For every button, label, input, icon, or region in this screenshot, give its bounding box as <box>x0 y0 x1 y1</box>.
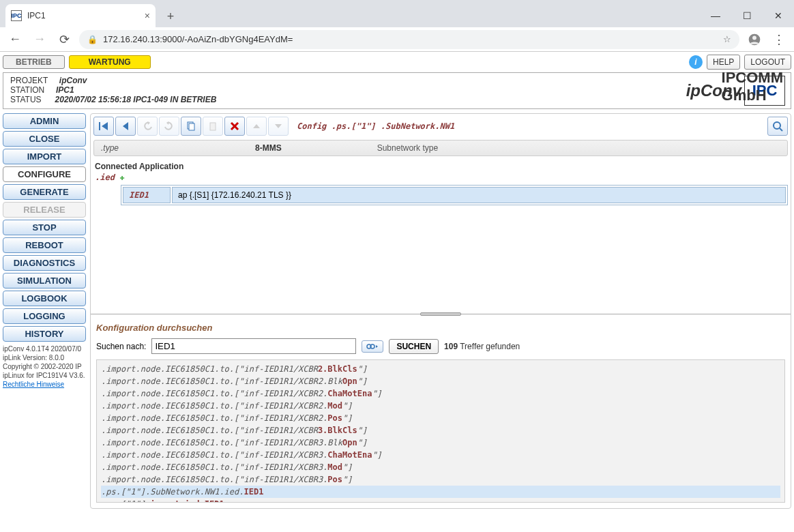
svg-rect-5 <box>210 123 216 130</box>
result-row[interactable]: .import.node.IEC61850C1.to.["inf-IED1R1/… <box>101 473 780 486</box>
down-icon <box>268 117 289 136</box>
sidebar-item-import[interactable]: IMPORT <box>3 149 86 164</box>
search-hits: 109 Treffer gefunden <box>444 342 520 351</box>
ied-detail: ap {.[S1] {172.16.240.21 TLS }} <box>172 187 786 203</box>
redo-icon <box>159 117 179 136</box>
status-label: STATUS <box>10 95 42 104</box>
sidebar-item-simulation[interactable]: SIMULATION <box>3 273 86 289</box>
reload-icon[interactable]: ⟳ <box>55 30 74 49</box>
type-desc: Subnetwork type <box>377 143 438 153</box>
ied-row[interactable]: IED1 ap {.[S1] {172.16.240.21 TLS }} <box>123 187 786 203</box>
sidebar-item-history[interactable]: HISTORY <box>3 326 86 342</box>
section-title: Connected Application <box>95 162 788 171</box>
ied-label: .ied ✚ <box>95 173 788 182</box>
tab-title: IPC1 <box>27 11 46 20</box>
betrieb-button[interactable]: BETRIEB <box>3 55 65 69</box>
result-row[interactable]: .import.node.IEC61850C1.to.["inf-IED1R1/… <box>101 461 780 473</box>
minimize-icon[interactable]: — <box>700 4 731 27</box>
result-row[interactable]: .ps.["1"].SubNetwork.NW1.ied.IED1 <box>101 486 780 498</box>
search-input[interactable] <box>151 338 356 354</box>
result-row[interactable]: .import.node.IEC61850C1.to.["inf-IED1R1/… <box>101 363 780 375</box>
svg-point-6 <box>774 122 780 129</box>
sidebar-item-diagnostics[interactable]: DIAGNOSTICS <box>3 255 86 271</box>
delete-icon[interactable] <box>224 117 245 136</box>
brand-logo: ipConv IPCIPCOMM GmbH <box>681 73 791 108</box>
maximize-icon[interactable]: ☐ <box>731 4 763 27</box>
header-block: PROJEKT ipConv STATION IPC1 STATUS 2020/… <box>3 72 791 109</box>
svg-point-1 <box>752 35 756 40</box>
breadcrumb: Config .ps.["1"] .SubNetwork.NW1 <box>297 121 454 131</box>
help-button[interactable]: HELP <box>707 55 740 70</box>
sidebar-item-configure[interactable]: CONFIGURE <box>3 166 86 182</box>
search-title: Konfiguration durchsuchen <box>96 323 788 333</box>
station-value: IPC1 <box>56 85 74 95</box>
sidebar-item-release: RELEASE <box>3 202 86 218</box>
add-ied-icon[interactable]: ✚ <box>119 173 124 182</box>
profile-icon[interactable] <box>745 30 764 49</box>
result-row[interactable]: .ps.["1"].import.ied.IED1 <box>101 498 780 503</box>
copy-icon[interactable] <box>181 117 201 136</box>
projekt-value: ipConv <box>59 76 87 85</box>
sidebar-item-stop[interactable]: STOP <box>3 220 86 235</box>
result-row[interactable]: .import.node.IEC61850C1.to.["inf-IED1R1/… <box>101 375 780 387</box>
sidebar-item-reboot[interactable]: REBOOT <box>3 237 86 253</box>
result-row[interactable]: .import.node.IEC61850C1.to.["inf-IED1R1/… <box>101 387 780 400</box>
logout-button[interactable]: LOGOUT <box>744 55 791 70</box>
search-row: Suchen nach: SUCHEN 109 Treffer gefunden <box>96 338 785 354</box>
search-button[interactable]: SUCHEN <box>389 339 439 354</box>
window-controls: — ☐ ✕ <box>700 4 794 27</box>
ied-name: IED1 <box>123 187 171 203</box>
new-tab-button[interactable]: + <box>160 5 181 27</box>
address-bar: ← → ⟳ 🔒 172.16.240.13:9000/-AoAiZn-dbYGN… <box>0 27 794 52</box>
result-row[interactable]: .import.node.IEC61850C1.to.["inf-IED1R1/… <box>101 437 780 449</box>
forward-icon[interactable]: → <box>30 30 49 49</box>
station-label: STATION <box>10 85 44 95</box>
search-results[interactable]: .import.node.IEC61850C1.to.["inf-IED1R1/… <box>96 359 785 503</box>
star-icon[interactable]: ☆ <box>723 34 731 44</box>
url-field[interactable]: 🔒 172.16.240.13:9000/-AoAiZn-dbYGNg4EAYd… <box>79 30 739 49</box>
result-row[interactable]: .import.node.IEC61850C1.to.["inf-IED1R1/… <box>101 412 780 424</box>
back-icon[interactable]: ← <box>5 30 25 49</box>
legal-link[interactable]: Rechtliche Hinweise <box>3 381 64 388</box>
sidebar-item-generate[interactable]: GENERATE <box>3 184 86 200</box>
info-icon[interactable]: i <box>689 55 703 69</box>
url-text: 172.16.240.13:9000/-AoAiZn-dbYGNg4EAYdM= <box>103 34 293 44</box>
search-label: Suchen nach: <box>96 342 146 351</box>
sidebar-item-logbook[interactable]: LOGBOOK <box>3 291 86 306</box>
svg-rect-4 <box>189 123 194 130</box>
splitter-handle[interactable] <box>420 312 461 316</box>
main-panel: Config .ps.["1"] .SubNetwork.NW1 .type 8… <box>90 113 791 509</box>
result-row[interactable]: .import.node.IEC61850C1.to.["inf-IED1R1/… <box>101 400 780 412</box>
search-options-button[interactable] <box>362 340 383 353</box>
paste-icon <box>203 117 223 136</box>
type-key: .type <box>101 143 119 153</box>
lock-icon: 🔒 <box>87 35 98 44</box>
first-icon[interactable] <box>93 117 114 136</box>
logo-sub: IPCOMM GmbH <box>722 69 783 104</box>
sidebar: ADMIN CLOSE IMPORT CONFIGURE GENERATE RE… <box>3 113 86 509</box>
toolbar: Config .ps.["1"] .SubNetwork.NW1 <box>93 117 788 136</box>
search-icon[interactable] <box>767 117 788 136</box>
up-icon <box>246 117 267 136</box>
sidebar-item-close[interactable]: CLOSE <box>3 131 86 147</box>
projekt-label: PROJEKT <box>10 76 48 85</box>
version-info: ipConv 4.0.1T4 2020/07/0 ipLink Version:… <box>3 344 86 389</box>
close-tab-icon[interactable]: × <box>145 10 150 21</box>
result-row[interactable]: .import.node.IEC61850C1.to.["inf-IED1R1/… <box>101 449 780 461</box>
status-value: 2020/07/02 15:56:18 IPC1-049 IN BETRIEB <box>55 95 217 104</box>
wartung-button[interactable]: WARTUNG <box>69 55 151 69</box>
browser-tab[interactable]: IPC IPC1 × <box>5 4 156 27</box>
sidebar-item-admin[interactable]: ADMIN <box>3 113 86 129</box>
svg-rect-2 <box>99 122 100 130</box>
browser-tabs: IPC IPC1 × + — ☐ ✕ <box>0 0 794 27</box>
mode-bar: BETRIEB WARTUNG i HELP LOGOUT <box>3 55 791 70</box>
undo-icon <box>137 117 158 136</box>
result-row[interactable]: .import.node.IEC61850C1.to.["inf-IED1R1/… <box>101 424 780 437</box>
ied-table: IED1 ap {.[S1] {172.16.240.21 TLS }} <box>121 185 788 205</box>
menu-icon[interactable]: ⋮ <box>769 30 789 49</box>
sidebar-item-logging[interactable]: LOGGING <box>3 308 86 324</box>
favicon: IPC <box>11 10 22 21</box>
close-window-icon[interactable]: ✕ <box>763 4 794 27</box>
type-row: .type 8-MMS Subnetwork type <box>93 140 788 156</box>
prev-icon[interactable] <box>115 117 136 136</box>
